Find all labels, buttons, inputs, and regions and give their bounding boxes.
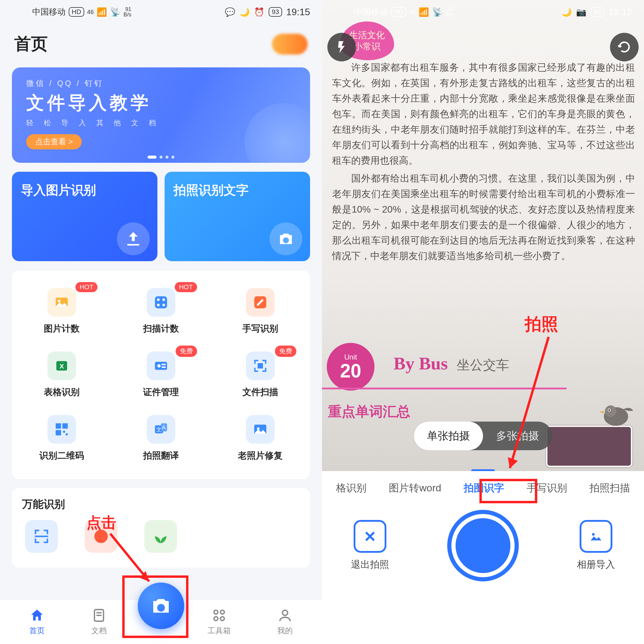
camera-viewfinder: 中国移动 HD 46 📶 📡 24 B/s 🌙 📷 94 19:12 生活文化 … xyxy=(322,0,644,471)
svg-point-5 xyxy=(157,304,160,306)
vip-button[interactable] xyxy=(272,34,308,55)
svg-rect-10 xyxy=(155,362,167,370)
image-icon xyxy=(580,520,612,553)
capture-controls: 退出拍照 相册导入 xyxy=(322,510,644,581)
svg-rect-2 xyxy=(155,296,167,309)
import-image-card[interactable]: 导入图片识别 xyxy=(12,172,157,261)
feature-file-scan[interactable]: 免费 文件扫描 xyxy=(211,343,310,407)
svg-rect-12 xyxy=(162,364,166,365)
free-badge: 免费 xyxy=(275,346,296,357)
svg-rect-13 xyxy=(162,366,166,368)
camera-status-icon: 📷 xyxy=(576,7,586,17)
feature-table[interactable]: X 表格识别 xyxy=(12,343,111,407)
svg-point-4 xyxy=(162,298,165,301)
alarm-icon: ⏰ xyxy=(254,7,264,17)
svg-marker-41 xyxy=(600,411,604,413)
feature-scan-count[interactable]: HOT 扫描计数 xyxy=(111,280,210,343)
svg-rect-19 xyxy=(66,434,68,436)
feature-handwriting[interactable]: 手写识别 xyxy=(211,280,310,343)
netspeed: 91 B/s xyxy=(123,7,131,17)
annotation-shoot: 拍照 xyxy=(525,313,558,336)
mode-single[interactable]: 单张拍摄 xyxy=(414,422,483,450)
svg-rect-16 xyxy=(62,423,68,429)
tab-me[interactable]: 我的 xyxy=(277,608,293,636)
signal-icon: 📶 xyxy=(97,7,107,17)
mode-to-word[interactable]: 图片转word xyxy=(389,481,441,495)
tab-tools[interactable]: 工具箱 xyxy=(208,608,231,636)
book-body: 许多国家都有出租车服务，其中有很多国家已经形成了有趣的出租车文化。例如，在英国，… xyxy=(332,60,635,266)
status-bar: 中国移动 HD 46 📶 📡 24 B/s 🌙 📷 94 19:12 xyxy=(322,0,644,24)
mode-table[interactable]: 格识别 xyxy=(336,481,366,495)
status-bar: 中国移动 HD 46 📶 📡 91 B/s 💬 🌙 ⏰ 93 19:15 xyxy=(0,0,322,24)
battery-badge: 93 xyxy=(269,7,282,17)
mode-indicator xyxy=(471,469,495,471)
svg-point-32 xyxy=(214,617,218,620)
svg-text:A: A xyxy=(162,425,165,431)
hot-badge: HOT xyxy=(75,282,97,292)
flash-button[interactable] xyxy=(327,33,356,61)
page-header: 首页 xyxy=(0,24,322,67)
svg-text:X: X xyxy=(59,363,64,370)
unit-badge: Unit 20 xyxy=(327,343,374,391)
tab-home[interactable]: 首页 xyxy=(29,608,45,636)
carrier-label: 中国移动 xyxy=(32,6,66,18)
annotation-arrow xyxy=(104,531,158,590)
vocab-heading: 重点单词汇总 xyxy=(328,403,410,421)
camera-text-icon xyxy=(270,222,302,255)
annotation-highlight-mode xyxy=(479,479,537,503)
lesson-title: By Bus 坐公交车 xyxy=(394,353,509,374)
svg-point-31 xyxy=(220,610,224,614)
signal-icon: 📶 xyxy=(419,7,429,17)
banner-dots xyxy=(148,156,174,159)
feature-id-manage[interactable]: 免费 证件管理 xyxy=(111,343,210,407)
banner-line1: 微信 / QQ / 钉钉 xyxy=(26,78,296,89)
svg-point-6 xyxy=(162,304,165,306)
tab-doc[interactable]: 文档 xyxy=(91,608,107,636)
svg-point-1 xyxy=(58,300,60,302)
moon-icon: 🌙 xyxy=(239,7,250,17)
net-type: 46 xyxy=(87,9,94,16)
banner-subtitle: 轻 松 导 入 其 他 文 档 xyxy=(26,118,296,128)
feature-qrcode[interactable]: 识别二维码 xyxy=(12,407,111,470)
universal-scan-icon[interactable] xyxy=(25,520,58,553)
exit-capture[interactable]: 退出拍照 xyxy=(351,520,389,571)
svg-line-45 xyxy=(510,337,549,468)
shutter-button[interactable] xyxy=(447,510,519,581)
mode-photo-scan[interactable]: 拍照扫描 xyxy=(589,481,630,495)
tutorial-banner[interactable]: 微信 / QQ / 钉钉 文件导入教学 轻 松 导 入 其 他 文 档 点击查看… xyxy=(12,67,310,163)
svg-point-3 xyxy=(157,298,160,301)
svg-point-40 xyxy=(609,409,610,411)
import-image-icon xyxy=(117,222,150,255)
feature-old-photo[interactable]: 老照片修复 xyxy=(211,407,310,470)
hd-badge: HD xyxy=(69,7,84,17)
feature-photo-translate[interactable]: 文A 拍照翻译 xyxy=(111,407,210,470)
moon-icon: 🌙 xyxy=(561,7,572,17)
svg-rect-14 xyxy=(258,363,263,369)
svg-rect-18 xyxy=(63,431,65,433)
banner-title: 文件导入教学 xyxy=(26,91,296,115)
capture-screen: 中国移动 HD 46 📶 📡 24 B/s 🌙 📷 94 19:12 生活文化 … xyxy=(322,0,644,644)
svg-rect-17 xyxy=(55,430,61,435)
banner-cta[interactable]: 点击查看 > xyxy=(26,134,82,149)
wifi-icon: 📡 xyxy=(110,7,120,17)
universal-section: 万能识别 xyxy=(12,488,310,568)
home-screen: 中国移动 HD 46 📶 📡 91 B/s 💬 🌙 ⏰ 93 19:15 首页 … xyxy=(0,0,322,644)
svg-point-44 xyxy=(592,533,595,536)
annotation-arrow xyxy=(501,334,578,477)
svg-point-11 xyxy=(157,364,161,367)
svg-point-34 xyxy=(282,610,287,615)
feature-image-count[interactable]: HOT 图片计数 xyxy=(12,280,111,343)
svg-rect-15 xyxy=(55,423,61,429)
page-title: 首页 xyxy=(14,33,48,55)
time-label: 19:15 xyxy=(286,7,310,18)
free-badge: 免费 xyxy=(176,346,197,357)
import-from-album[interactable]: 相册导入 xyxy=(577,520,615,571)
svg-point-33 xyxy=(220,617,224,620)
close-icon xyxy=(354,520,386,553)
photo-ocr-card[interactable]: 拍照识别文字 xyxy=(165,172,310,261)
wifi-icon: 📡 xyxy=(432,7,442,17)
section-title: 万能识别 xyxy=(22,497,300,512)
refresh-button[interactable] xyxy=(610,33,639,61)
feature-grid: HOT 图片计数 HOT 扫描计数 手写识别 X 表格识别 免费 证件管理 免费… xyxy=(12,271,310,479)
svg-point-38 xyxy=(605,405,616,417)
